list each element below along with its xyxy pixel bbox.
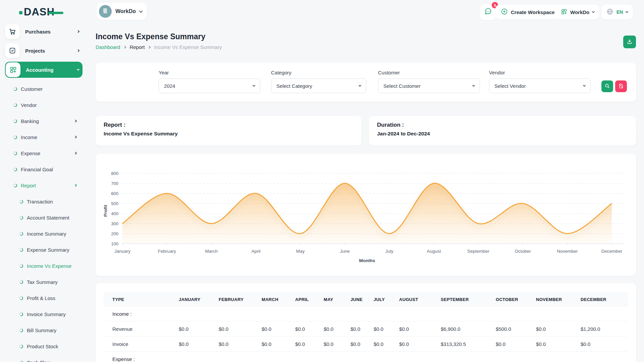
workspace-avatar bbox=[99, 5, 112, 18]
download-icon bbox=[627, 39, 633, 46]
table-row: Revenue$0.0$0.0$0.0$0.0$0.0$0.0$0.0$0.0$… bbox=[104, 321, 628, 337]
cell-value bbox=[435, 306, 490, 321]
sidebar-item-bill-summary[interactable]: Bill Summary bbox=[0, 322, 87, 338]
sidebar-item-expense-summary[interactable]: Expense Summary bbox=[0, 242, 87, 258]
cell-value bbox=[490, 352, 531, 362]
workspace-menu-label: WorkDo bbox=[570, 9, 589, 15]
sidebar-item-label: Projects bbox=[25, 48, 77, 54]
sidebar-item-purchases[interactable]: Purchases bbox=[5, 23, 83, 40]
year-select[interactable]: 2024 bbox=[159, 78, 260, 93]
sidebar-item-account-statement[interactable]: Account Statement bbox=[0, 209, 87, 226]
cell-value: $0.0 bbox=[345, 321, 368, 337]
svg-text:March: March bbox=[205, 249, 218, 254]
download-button[interactable] bbox=[623, 36, 636, 48]
sidebar-item-income-vs-expense[interactable]: Income Vs Expense bbox=[0, 258, 87, 274]
vendor-select-value: Select Vendor bbox=[494, 83, 526, 89]
table-section-row: Income : bbox=[104, 306, 628, 321]
bullet-donut-icon bbox=[13, 167, 17, 171]
vendor-select[interactable]: Select Vendor bbox=[489, 78, 591, 93]
cell-value: $0.0 bbox=[318, 337, 345, 352]
cell-value: $0.0 bbox=[256, 337, 290, 352]
sidebar-item-label: Profit & Loss bbox=[27, 295, 76, 301]
search-icon bbox=[604, 83, 610, 90]
sidebar-item-projects[interactable]: Projects bbox=[5, 43, 83, 59]
sidebar-item-label: Bill Summary bbox=[27, 327, 76, 333]
workspace-selector[interactable]: WorkDo bbox=[97, 3, 147, 20]
duration-label: Duration : bbox=[377, 122, 628, 128]
cell-value: $0.0 bbox=[531, 321, 575, 337]
sidebar-item-cash-flow[interactable]: Cash Flow bbox=[0, 354, 87, 362]
sidebar-item-income[interactable]: Income bbox=[0, 129, 87, 145]
sidebar-item-banking[interactable]: Banking bbox=[0, 113, 87, 129]
cell-value: $0.0 bbox=[368, 337, 394, 352]
sidebar-item-label: Report bbox=[21, 183, 74, 188]
vendor-label: Vendor bbox=[489, 70, 505, 75]
file-off-icon bbox=[618, 83, 624, 90]
sidebar-item-accounting[interactable]: Accounting bbox=[5, 62, 83, 78]
svg-text:200: 200 bbox=[111, 231, 118, 236]
sidebar-item-label: Vendor bbox=[21, 102, 76, 108]
svg-text:January: January bbox=[114, 249, 130, 254]
sidebar-item-label: Income Summary bbox=[27, 231, 76, 237]
sidebar-item-label: Transaction bbox=[27, 199, 76, 204]
chevron-down-icon bbox=[139, 9, 143, 13]
chevron-down-icon bbox=[77, 68, 79, 70]
category-select[interactable]: Select Category bbox=[271, 78, 366, 93]
cell-value: $0.0 bbox=[345, 337, 368, 352]
cell-value bbox=[213, 352, 256, 362]
sidebar-item-tax-summary[interactable]: Tax Summary bbox=[0, 274, 87, 290]
bullet-donut-icon bbox=[19, 215, 23, 220]
chevron-down-icon bbox=[583, 84, 586, 86]
workspace-name: WorkDo bbox=[115, 8, 136, 14]
svg-text:500: 500 bbox=[111, 201, 118, 206]
breadcrumb-item[interactable]: Dashboard bbox=[96, 44, 120, 50]
sidebar-item-label: Invoice Summary bbox=[27, 311, 76, 317]
sidebar-item-profit-loss[interactable]: Profit & Loss bbox=[0, 290, 87, 306]
svg-text:Months: Months bbox=[359, 258, 375, 263]
bullet-donut-icon bbox=[19, 312, 23, 316]
messages-button[interactable]: 0 bbox=[480, 4, 496, 20]
cell-value bbox=[290, 306, 318, 321]
row-label: Revenue bbox=[104, 321, 173, 337]
sidebar-item-financial-goal[interactable]: Financial Goal bbox=[0, 161, 87, 177]
cell-value: $0.0 bbox=[213, 321, 256, 337]
reset-filter-button[interactable] bbox=[615, 80, 627, 92]
workspace-menu-button[interactable]: WorkDo bbox=[556, 5, 599, 19]
cell-value: $0.0 bbox=[394, 337, 435, 352]
breadcrumb-item[interactable]: Report bbox=[129, 44, 145, 50]
filter-card: Year 2024 Category Select Category Custo… bbox=[96, 63, 636, 102]
svg-text:400: 400 bbox=[111, 211, 118, 216]
cell-value bbox=[256, 352, 290, 362]
svg-text:October: October bbox=[515, 249, 531, 254]
logo-accent-bar bbox=[48, 12, 63, 14]
svg-text:800: 800 bbox=[111, 171, 118, 176]
sidebar-item-label: Banking bbox=[21, 118, 74, 124]
cell-value: $0.0 bbox=[173, 337, 213, 352]
table-header-may: MAY bbox=[318, 293, 345, 306]
row-label: Income : bbox=[104, 306, 173, 321]
create-workspace-button[interactable]: Create Workspace bbox=[495, 5, 560, 19]
sidebar-item-expense[interactable]: Expense bbox=[0, 145, 87, 161]
apply-filter-button[interactable] bbox=[601, 80, 613, 92]
customer-select[interactable]: Select Customer bbox=[378, 78, 480, 93]
grid-plus-icon bbox=[6, 62, 20, 77]
table-header-december: DECEMBER bbox=[575, 293, 628, 306]
breadcrumb: DashboardReportIncome Vs Expense Summary bbox=[96, 44, 222, 50]
svg-text:August: August bbox=[427, 249, 441, 254]
sidebar-item-product-stock[interactable]: Product Stock bbox=[0, 338, 87, 354]
sidebar-item-vendor[interactable]: Vendor bbox=[0, 97, 87, 113]
chevron-down-icon bbox=[253, 84, 255, 86]
sidebar: PurchasesProjectsAccountingCustomerVendo… bbox=[0, 23, 87, 362]
cell-value bbox=[435, 352, 490, 362]
logo-accent-dot bbox=[19, 11, 22, 14]
sidebar-item-label: Purchases bbox=[25, 29, 77, 35]
sidebar-item-invoice-summary[interactable]: Invoice Summary bbox=[0, 306, 87, 322]
sidebar-item-customer[interactable]: Customer bbox=[0, 81, 87, 97]
language-selector[interactable]: EN bbox=[601, 5, 633, 19]
app-logo: DASH bbox=[19, 6, 55, 18]
chevron-right-icon bbox=[77, 49, 79, 52]
svg-text:July: July bbox=[385, 249, 393, 254]
sidebar-item-report[interactable]: Report bbox=[0, 177, 87, 193]
sidebar-item-transaction[interactable]: Transaction bbox=[0, 193, 87, 209]
sidebar-item-income-summary[interactable]: Income Summary bbox=[0, 226, 87, 242]
